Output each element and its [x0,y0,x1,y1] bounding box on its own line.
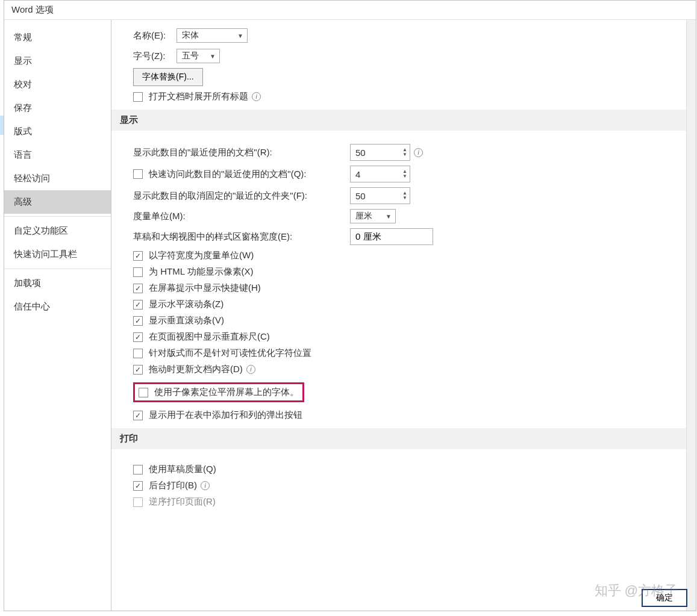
unpinned-spinner[interactable]: 50 ▲▼ [350,187,410,204]
checkbox-hscroll[interactable] [133,300,143,310]
font-name-value: 宋体 [182,30,199,41]
sidebar-item-addins[interactable]: 加载项 [4,272,111,295]
checkbox-bgprint[interactable] [133,481,143,491]
quick-recent-label: 快速访问此数目的"最近使用的文档"(Q): [149,169,350,180]
label-tablepopup: 显示用于在表中添加行和列的弹出按钮 [149,409,302,421]
content-panel: 名称(E): 宋体 ▼ 字号(Z): 五号 ▼ 字体替换(F)... [111,20,696,611]
word-options-dialog: Word 选项 常规 显示 校对 保存 版式 语言 轻松访问 高级 自定义功能区… [4,0,696,611]
sidebar: 常规 显示 校对 保存 版式 语言 轻松访问 高级 自定义功能区 快速访问工具栏… [4,20,111,611]
sidebar-item-layout[interactable]: 版式 [4,120,111,143]
label-vscroll: 显示垂直滚动条(V) [149,315,224,326]
label-hscroll: 显示水平滚动条(Z) [149,299,223,310]
label-subpixel: 使用子像素定位平滑屏幕上的字体。 [154,387,299,398]
label-draft: 使用草稿质量(Q) [149,464,216,475]
sidebar-item-proofing[interactable]: 校对 [4,73,111,96]
sidebar-item-accessibility[interactable]: 轻松访问 [4,167,111,190]
dialog-title: Word 选项 [4,1,696,20]
font-size-select[interactable]: 五号 ▼ [177,49,220,63]
stylepane-input[interactable] [350,228,433,245]
spinner-arrows-icon: ▲▼ [402,148,407,157]
dialog-footer: 确定 [642,589,687,607]
chevron-down-icon: ▼ [210,53,216,60]
checkbox-vscroll[interactable] [133,316,143,326]
sidebar-item-customize-ribbon[interactable]: 自定义功能区 [4,219,111,243]
checkbox-tablepopup[interactable] [133,411,143,420]
spinner-arrows-icon: ▲▼ [402,169,407,179]
section-display-header: 显示 [111,110,696,131]
checkbox-charwidth[interactable] [133,251,143,261]
unpinned-label: 显示此数目的取消固定的"最近的文件夹"(F): [133,190,350,202]
chevron-down-icon: ▼ [386,213,392,220]
unit-select[interactable]: 厘米 ▼ [350,209,396,223]
info-icon[interactable]: i [414,148,423,157]
section-print-header: 打印 [111,428,696,449]
label-charwidth: 以字符宽度为度量单位(W) [149,250,254,261]
quick-recent-value: 4 [351,169,365,179]
checkbox-dragupdate[interactable] [133,365,143,375]
sidebar-item-advanced[interactable]: 高级 [4,190,111,214]
font-substitute-button[interactable]: 字体替换(F)... [133,68,203,86]
sidebar-item-save[interactable]: 保存 [4,96,111,120]
label-shortcut: 在屏幕提示中显示快捷键(H) [149,282,261,294]
ok-button[interactable]: 确定 [642,589,687,607]
checkbox-draft[interactable] [133,465,143,474]
stylepane-label: 草稿和大纲视图中的样式区窗格宽度(E): [133,231,350,243]
info-icon[interactable]: i [252,92,261,101]
sidebar-item-quick-access[interactable]: 快速访问工具栏 [4,243,111,266]
info-icon[interactable]: i [246,365,255,374]
label-expand-headings: 打开文档时展开所有标题 [149,91,248,102]
recent-docs-value: 50 [351,148,370,158]
checkbox-shortcut[interactable] [133,284,143,293]
sidebar-separator-2 [4,269,111,269]
sidebar-separator [4,216,111,217]
label-optchar: 针对版式而不是针对可读性优化字符位置 [149,347,311,359]
font-size-value: 五号 [182,51,199,61]
label-htmlpx: 为 HTML 功能显示像素(X) [149,266,254,278]
font-size-label: 字号(Z): [133,51,177,62]
recent-docs-spinner[interactable]: 50 ▲▼ [350,144,410,161]
sidebar-item-language[interactable]: 语言 [4,143,111,167]
vertical-scrollbar[interactable] [686,20,696,611]
label-dragupdate: 拖动时更新文档内容(D) [149,364,243,375]
unpinned-value: 50 [351,191,370,201]
font-name-label: 名称(E): [133,30,177,42]
unit-value: 厘米 [355,211,372,222]
highlighted-option: 使用子像素定位平滑屏幕上的字体。 [133,382,304,402]
quick-recent-spinner[interactable]: 4 ▲▼ [350,166,410,182]
label-reverse: 逆序打印页面(R) [149,496,216,508]
checkbox-subpixel[interactable] [139,388,148,397]
checkbox-optchar[interactable] [133,349,143,358]
sidebar-item-trust[interactable]: 信任中心 [4,295,111,319]
chevron-down-icon: ▼ [237,33,243,39]
checkbox-expand-headings[interactable] [133,92,143,102]
checkbox-reverse[interactable] [133,497,143,507]
checkbox-vruler[interactable] [133,332,143,342]
label-bgprint: 后台打印(B) [149,480,197,491]
checkbox-htmlpx[interactable] [133,267,143,277]
dialog-body: 常规 显示 校对 保存 版式 语言 轻松访问 高级 自定义功能区 快速访问工具栏… [4,20,696,611]
label-vruler: 在页面视图中显示垂直标尺(C) [149,331,270,343]
info-icon[interactable]: i [201,481,210,490]
sidebar-item-general[interactable]: 常规 [4,26,111,49]
font-name-select[interactable]: 宋体 ▼ [177,28,248,43]
sidebar-item-display[interactable]: 显示 [4,49,111,73]
recent-docs-label: 显示此数目的"最近使用的文档"(R): [133,147,350,158]
spinner-arrows-icon: ▲▼ [402,191,407,201]
checkbox-quick-recent[interactable] [133,169,143,179]
unit-label: 度量单位(M): [133,211,350,222]
